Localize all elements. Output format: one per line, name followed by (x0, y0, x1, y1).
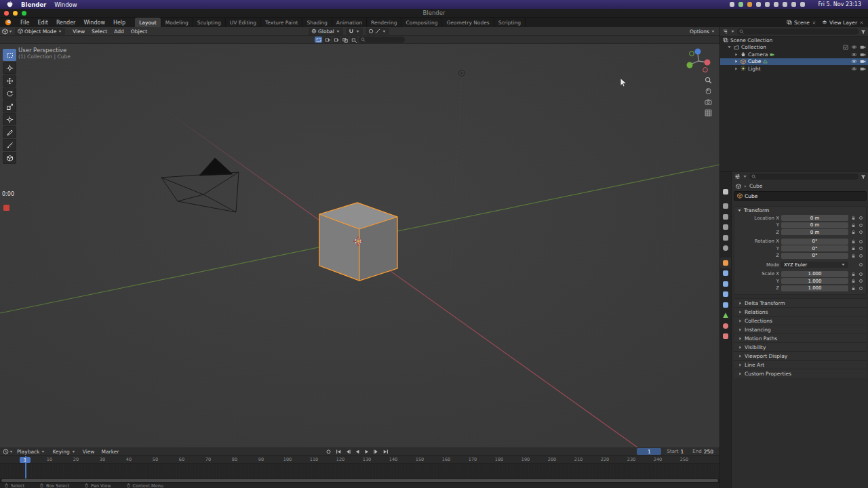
workspace-tab[interactable]: UV Editing (226, 18, 261, 27)
properties-tab[interactable] (720, 186, 731, 197)
animate-decorator[interactable] (859, 287, 863, 290)
jump-to-end-button[interactable] (381, 448, 390, 455)
editor-type-icon[interactable] (2, 28, 8, 35)
menubar-status-icon[interactable] (756, 2, 761, 7)
properties-tab[interactable] (720, 300, 731, 310)
menu-item[interactable]: Select (88, 28, 111, 35)
transform-orientation-selector[interactable]: Global (309, 28, 343, 35)
workspace-tab[interactable]: Scripting (494, 18, 526, 27)
object-name-field[interactable]: Cube (734, 191, 867, 201)
properties-editor-icon[interactable] (734, 174, 741, 180)
tool-rotate[interactable] (3, 87, 16, 100)
next-keyframe-button[interactable] (372, 448, 380, 455)
menu-item[interactable]: Help (109, 18, 130, 27)
tool-measure[interactable] (3, 139, 16, 151)
tool-move[interactable] (3, 75, 16, 87)
outliner-row-collection[interactable]: Collection (720, 44, 868, 52)
animate-decorator[interactable] (859, 263, 863, 266)
animate-decorator[interactable] (859, 272, 863, 276)
gizmo-axis-negative[interactable] (703, 68, 708, 73)
menubar-status-icon[interactable] (765, 2, 770, 7)
lock-icon[interactable] (850, 253, 856, 258)
panel-header[interactable]: Line Art (734, 360, 867, 369)
macos-app-menu[interactable]: Blender (21, 1, 46, 8)
field-value[interactable]: 1.000 (781, 271, 848, 277)
previous-keyframe-button[interactable] (343, 448, 352, 455)
current-frame-field[interactable]: 1 (637, 448, 661, 455)
outliner-row-scene-collection[interactable]: Scene Collection (720, 37, 868, 44)
field-value[interactable]: 0° (781, 253, 848, 259)
timeline-editor-icon[interactable] (3, 449, 9, 455)
zoom-icon[interactable] (705, 77, 712, 84)
workspace-tab[interactable]: Shading (302, 18, 332, 27)
menu-item[interactable]: File (16, 18, 33, 27)
panel-header[interactable]: Collections (734, 316, 867, 325)
animate-decorator[interactable] (859, 224, 863, 227)
lock-icon[interactable] (850, 286, 856, 291)
workspace-tab[interactable]: Layout (135, 18, 161, 27)
gizmo-axis-negative[interactable] (690, 52, 694, 56)
blender-logo-menu[interactable] (0, 18, 16, 27)
pan-hand-icon[interactable] (705, 87, 712, 95)
animate-decorator[interactable] (859, 240, 863, 243)
gizmo-z-axis[interactable] (695, 49, 701, 55)
select-invert-button[interactable] (341, 37, 349, 43)
field-value[interactable]: 1.000 (781, 278, 848, 284)
properties-tab[interactable] (720, 268, 731, 279)
timeline-track[interactable] (0, 464, 719, 479)
panel-header[interactable]: Delta Transform (734, 298, 867, 307)
select-intersect-button[interactable] (350, 37, 357, 43)
perspective-toggle-icon[interactable] (705, 109, 712, 117)
properties-tab[interactable] (720, 321, 731, 331)
tool-transform[interactable] (3, 113, 16, 125)
menu-item[interactable]: Render (52, 18, 79, 27)
snapping-toggle[interactable] (346, 28, 363, 35)
chevron-down-icon[interactable] (727, 45, 732, 49)
camera-object[interactable] (161, 158, 239, 212)
properties-tab[interactable] (720, 211, 731, 222)
camera-view-icon[interactable] (705, 98, 712, 106)
field-value[interactable]: 0° (781, 239, 848, 245)
gizmo-y-axis[interactable] (687, 62, 693, 68)
panel-header[interactable]: Instancing (734, 325, 867, 333)
field-value[interactable]: 1.000 (781, 285, 848, 291)
workspace-tab[interactable]: Modeling (161, 18, 193, 27)
timeline-ruler[interactable]: 1102030405060708090100110120130140150160… (0, 456, 719, 464)
disable-render-icon[interactable] (860, 52, 866, 58)
lock-icon[interactable] (850, 279, 856, 283)
lock-icon[interactable] (850, 216, 856, 220)
menubar-status-icon[interactable] (800, 2, 805, 7)
viewport-canvas[interactable] (0, 44, 719, 447)
properties-tab[interactable] (720, 201, 731, 212)
select-extend-button[interactable] (323, 37, 331, 43)
chevron-right-icon[interactable] (734, 66, 738, 71)
disable-render-icon[interactable] (860, 66, 866, 72)
properties-tab[interactable] (720, 289, 731, 300)
view-menu[interactable]: View (79, 449, 98, 455)
auto-key-button[interactable] (324, 448, 333, 455)
macos-window-menu[interactable]: Window (54, 1, 77, 8)
chevron-right-icon[interactable] (734, 52, 738, 57)
chevron-right-icon[interactable] (734, 59, 738, 64)
close-icon[interactable] (812, 20, 816, 25)
workspace-tab[interactable]: Compositing (401, 18, 442, 27)
playback-menu[interactable]: Playback (14, 449, 49, 455)
outliner-row-cube[interactable]: Cube (720, 58, 868, 66)
3d-viewport[interactable]: User Perspective (1) Collection | Cube 0… (0, 44, 719, 447)
workspace-tab[interactable]: Rendering (367, 18, 401, 27)
outliner-row-camera[interactable]: Camera (720, 51, 868, 58)
lock-icon[interactable] (850, 223, 856, 228)
menu-item[interactable]: Window (79, 18, 109, 27)
lock-icon[interactable] (850, 272, 856, 277)
properties-search-input[interactable] (749, 174, 859, 180)
tool-annotate[interactable] (3, 126, 16, 138)
outliner-search-input[interactable] (737, 28, 859, 35)
panel-header[interactable]: Custom Properties (734, 369, 867, 378)
hide-eye-icon[interactable] (851, 52, 857, 58)
lock-icon[interactable] (850, 239, 856, 244)
animate-decorator[interactable] (859, 216, 863, 220)
panel-header[interactable]: Visibility (734, 342, 867, 351)
menu-item[interactable]: View (69, 28, 88, 35)
menu-item[interactable]: Add (111, 28, 127, 35)
scrollbar-thumb[interactable] (1, 479, 718, 482)
